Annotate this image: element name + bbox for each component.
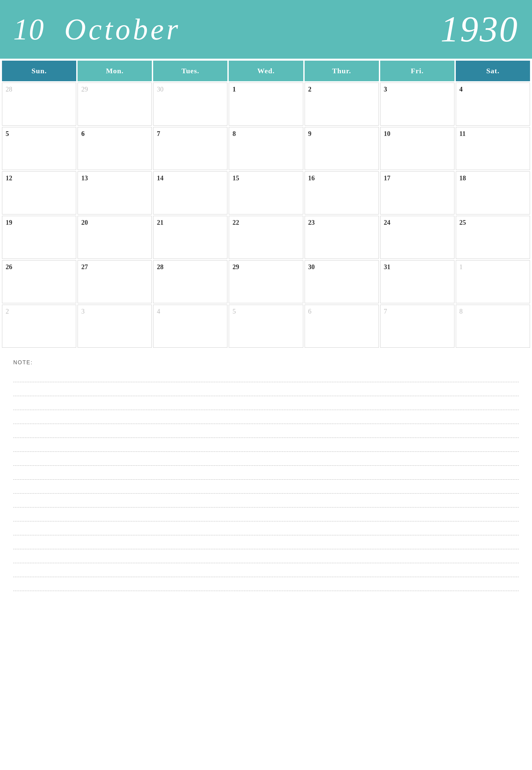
calendar-cell[interactable]: 6 bbox=[305, 305, 379, 348]
note-lines bbox=[13, 368, 519, 591]
calendar-cell[interactable]: 4 bbox=[153, 305, 227, 348]
note-line[interactable] bbox=[13, 577, 519, 591]
calendar-cell[interactable]: 21 bbox=[153, 216, 227, 259]
cell-day-number: 6 bbox=[308, 308, 312, 315]
cell-day-number: 3 bbox=[384, 86, 387, 93]
day-header-mon: Mon. bbox=[78, 61, 152, 81]
note-line[interactable] bbox=[13, 494, 519, 507]
calendar-cell[interactable]: 31 bbox=[380, 260, 454, 303]
cell-day-number: 15 bbox=[232, 174, 239, 182]
calendar-cell[interactable]: 17 bbox=[380, 171, 454, 214]
cell-day-number: 12 bbox=[6, 174, 12, 182]
calendar-cell[interactable]: 24 bbox=[380, 216, 454, 259]
cell-day-number: 13 bbox=[81, 174, 88, 182]
calendar-cell[interactable]: 6 bbox=[78, 127, 152, 170]
note-line[interactable] bbox=[13, 438, 519, 452]
note-line[interactable] bbox=[13, 507, 519, 521]
cell-day-number: 29 bbox=[232, 263, 239, 270]
cell-day-number: 26 bbox=[6, 263, 12, 270]
calendar-header: 10 October 1930 bbox=[0, 0, 532, 59]
calendar-cell[interactable]: 9 bbox=[305, 127, 379, 170]
cell-day-number: 3 bbox=[81, 308, 85, 315]
note-line[interactable] bbox=[13, 410, 519, 424]
calendar-cell[interactable]: 14 bbox=[153, 171, 227, 214]
month-name: October bbox=[64, 12, 441, 46]
calendar-cell[interactable]: 25 bbox=[456, 216, 530, 259]
calendar-cell[interactable]: 15 bbox=[229, 171, 303, 214]
calendar-cell[interactable]: 29 bbox=[78, 83, 152, 126]
year: 1930 bbox=[441, 8, 519, 50]
note-line[interactable] bbox=[13, 424, 519, 438]
day-header-fri: Fri. bbox=[380, 61, 454, 81]
notes-label: NOTE: bbox=[13, 360, 519, 366]
cell-day-number: 5 bbox=[6, 130, 9, 137]
calendar-cell[interactable]: 13 bbox=[78, 171, 152, 214]
calendar-cell[interactable]: 8 bbox=[229, 127, 303, 170]
cell-day-number: 27 bbox=[81, 263, 88, 270]
calendar-cell[interactable]: 28 bbox=[2, 83, 76, 126]
cell-day-number: 6 bbox=[81, 130, 85, 137]
calendar-cell[interactable]: 4 bbox=[456, 83, 530, 126]
cell-day-number: 4 bbox=[459, 86, 463, 93]
note-line[interactable] bbox=[13, 396, 519, 410]
cell-day-number: 2 bbox=[308, 86, 312, 93]
cell-day-number: 25 bbox=[459, 219, 466, 226]
calendar-cell[interactable]: 10 bbox=[380, 127, 454, 170]
calendar-cell[interactable]: 29 bbox=[229, 260, 303, 303]
calendar-cell[interactable]: 30 bbox=[153, 83, 227, 126]
calendar-cell[interactable]: 27 bbox=[78, 260, 152, 303]
note-line[interactable] bbox=[13, 466, 519, 480]
calendar-cell[interactable]: 12 bbox=[2, 171, 76, 214]
note-line[interactable] bbox=[13, 521, 519, 535]
calendar-cell[interactable]: 2 bbox=[305, 83, 379, 126]
note-line[interactable] bbox=[13, 368, 519, 382]
calendar-cell[interactable]: 26 bbox=[2, 260, 76, 303]
calendar-cell[interactable]: 1 bbox=[229, 83, 303, 126]
cell-day-number: 31 bbox=[384, 263, 390, 270]
calendar-cell[interactable]: 30 bbox=[305, 260, 379, 303]
day-header-sun: Sun. bbox=[2, 61, 76, 81]
note-line[interactable] bbox=[13, 452, 519, 466]
note-line[interactable] bbox=[13, 563, 519, 577]
calendar-cell[interactable]: 18 bbox=[456, 171, 530, 214]
calendar-cell[interactable]: 19 bbox=[2, 216, 76, 259]
cell-day-number: 20 bbox=[81, 219, 88, 226]
cell-day-number: 19 bbox=[6, 219, 12, 226]
notes-section: NOTE: bbox=[0, 353, 532, 598]
calendar-cell[interactable]: 23 bbox=[305, 216, 379, 259]
calendar-cell[interactable]: 28 bbox=[153, 260, 227, 303]
cell-day-number: 1 bbox=[232, 86, 236, 93]
calendar-cell[interactable]: 8 bbox=[456, 305, 530, 348]
calendar-cell[interactable]: 5 bbox=[2, 127, 76, 170]
calendar-cell[interactable]: 3 bbox=[380, 83, 454, 126]
calendar-cell[interactable]: 2 bbox=[2, 305, 76, 348]
calendar-cell[interactable]: 11 bbox=[456, 127, 530, 170]
calendar-cell[interactable]: 7 bbox=[153, 127, 227, 170]
cell-day-number: 7 bbox=[384, 308, 387, 315]
days-header: Sun. Mon. Tues. Wed. Thur. Fri. Sat. bbox=[0, 59, 532, 81]
day-header-sat: Sat. bbox=[456, 61, 530, 81]
note-line[interactable] bbox=[13, 549, 519, 563]
month-number: 10 bbox=[13, 12, 44, 46]
cell-day-number: 2 bbox=[6, 308, 9, 315]
note-line[interactable] bbox=[13, 382, 519, 396]
cell-day-number: 9 bbox=[308, 130, 312, 137]
cell-day-number: 18 bbox=[459, 174, 466, 182]
calendar-cell[interactable]: 16 bbox=[305, 171, 379, 214]
cell-day-number: 7 bbox=[157, 130, 160, 137]
calendar-cell[interactable]: 20 bbox=[78, 216, 152, 259]
note-line[interactable] bbox=[13, 535, 519, 549]
calendar-cell[interactable]: 1 bbox=[456, 260, 530, 303]
calendar-cell[interactable]: 7 bbox=[380, 305, 454, 348]
calendar-cell[interactable]: 5 bbox=[229, 305, 303, 348]
cell-day-number: 23 bbox=[308, 219, 315, 226]
calendar-cell[interactable]: 22 bbox=[229, 216, 303, 259]
cell-day-number: 4 bbox=[157, 308, 160, 315]
day-header-wed: Wed. bbox=[229, 61, 303, 81]
calendar-cell[interactable]: 3 bbox=[78, 305, 152, 348]
cell-day-number: 8 bbox=[232, 130, 236, 137]
note-line[interactable] bbox=[13, 480, 519, 494]
cell-day-number: 1 bbox=[459, 263, 463, 270]
cell-day-number: 28 bbox=[157, 263, 163, 270]
cell-day-number: 14 bbox=[157, 174, 163, 182]
